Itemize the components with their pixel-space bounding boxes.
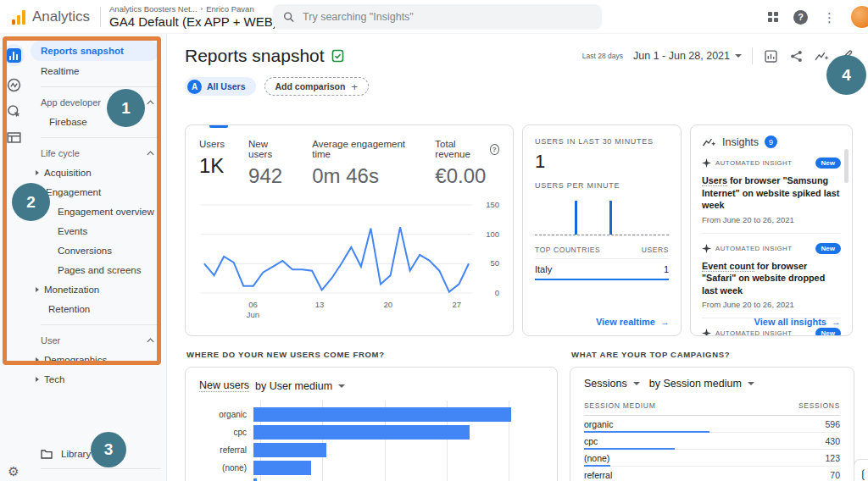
kpi-value: 942 xyxy=(248,164,288,188)
chevron-up-icon xyxy=(147,151,154,156)
apps-grid-icon[interactable] xyxy=(768,12,778,22)
nav-configure-icon[interactable] xyxy=(6,130,21,145)
sidebar-item-tech[interactable]: Tech xyxy=(27,369,166,389)
bar[interactable] xyxy=(253,425,470,440)
chevron-up-icon xyxy=(147,100,154,105)
breadcrumb-user[interactable]: Enrico Pavan xyxy=(206,4,254,14)
bar-row: cpc xyxy=(199,423,543,441)
insight-item[interactable]: AUTOMATED INSIGHT New Event count for br… xyxy=(702,243,841,319)
nav-label: Monetization xyxy=(44,285,99,295)
country-row[interactable]: Italy 1 xyxy=(535,259,669,280)
insight-tag: AUTOMATED INSIGHT xyxy=(715,159,811,167)
nav-label: Library xyxy=(61,449,91,459)
date-range-picker[interactable]: Jun 1 - Jun 28, 2021 xyxy=(633,50,742,62)
analytics-logo-icon[interactable] xyxy=(12,9,25,25)
sidebar-item-acquisition[interactable]: Acquisition xyxy=(27,163,166,182)
sidebar-item-conversions[interactable]: Conversions xyxy=(27,240,166,260)
divider xyxy=(41,324,161,325)
customize-report-icon[interactable] xyxy=(763,48,778,64)
insight-item[interactable]: AUTOMATED INSIGHT New Users for browser … xyxy=(702,158,841,234)
expand-arrow-icon[interactable] xyxy=(36,287,39,292)
page-title: Reports snapshot xyxy=(185,46,325,66)
dimension-label[interactable]: by Session medium xyxy=(649,378,742,390)
sidebar-section-user[interactable]: User xyxy=(27,331,166,350)
nav-label: Engagement xyxy=(46,187,101,197)
nav-reports-icon[interactable] xyxy=(3,44,25,66)
annotation-circle-1: 1 xyxy=(107,89,145,127)
bar[interactable] xyxy=(253,443,326,457)
sessions-cell: 70 xyxy=(830,470,840,480)
sidebar-section-app-developer[interactable]: App developer xyxy=(27,93,166,112)
nav-label: Retention xyxy=(48,304,90,314)
kpi-new-users[interactable]: New users 942 xyxy=(248,139,288,188)
metric-label[interactable]: New users xyxy=(199,379,249,392)
metric-dimension-selector[interactable]: New users by User medium xyxy=(199,379,543,392)
sidebar-item-library[interactable]: Library xyxy=(41,449,91,459)
search-input[interactable] xyxy=(303,11,592,23)
kpi-label: Average engagement time xyxy=(312,139,411,159)
table-row[interactable]: cpc430 xyxy=(584,433,840,450)
expand-arrow-icon[interactable] xyxy=(36,377,39,382)
nav-section-label: Life cycle xyxy=(41,148,80,158)
chevron-down-icon xyxy=(338,384,345,388)
share-icon[interactable] xyxy=(788,48,804,64)
expand-arrow-icon[interactable] xyxy=(36,170,39,175)
active-metric-tab-indicator xyxy=(209,125,228,128)
top-app-bar: Analytics Analytics Boosters Net... › En… xyxy=(0,0,868,34)
nav-advertising-icon[interactable] xyxy=(6,103,21,119)
bar[interactable] xyxy=(253,461,311,475)
sidebar-item-retention[interactable]: Retention xyxy=(27,299,166,318)
top-campaigns-card: Sessions by Session medium SESSION MEDIU… xyxy=(570,367,854,481)
metric-dimension-selector[interactable]: Sessions by Session medium xyxy=(584,378,840,390)
kpi-total-revenue[interactable]: Total revenue ? €0.00 xyxy=(435,139,499,188)
more-menu-icon[interactable]: ⋮ xyxy=(823,11,836,24)
search-bar[interactable] xyxy=(273,4,602,30)
sidebar-item-events[interactable]: Events xyxy=(27,221,166,240)
users-line-chart[interactable]: 050100150 06Jun132027 xyxy=(199,200,499,325)
sidebar-item-monetization[interactable]: Monetization xyxy=(27,279,166,299)
sidebar-item-pages-and-screens[interactable]: Pages and screens xyxy=(27,260,166,279)
help-icon[interactable]: ? xyxy=(793,10,808,25)
kpi-users[interactable]: Users 1K xyxy=(199,139,225,188)
table-row[interactable]: (none)123 xyxy=(584,450,840,467)
sessions-table-body: organic596cpc430(none)123referral70 xyxy=(584,416,840,481)
kpi-avg-engagement-time[interactable]: Average engagement time 0m 46s xyxy=(312,139,411,188)
insights-icon[interactable] xyxy=(814,48,829,64)
nav-section-label: App developer xyxy=(41,97,101,108)
all-users-chip[interactable]: A All Users xyxy=(185,77,256,96)
nav-explore-icon[interactable] xyxy=(6,77,21,92)
add-comparison-button[interactable]: Add comparison + xyxy=(264,77,369,96)
settings-gear-icon[interactable]: ⚙ xyxy=(0,464,27,479)
insights-card: Insights 9 AUTOMATED INSIGHT New Users f… xyxy=(690,124,853,336)
sidebar-item-realtime[interactable]: Realtime xyxy=(27,61,166,80)
bar-category-label: (none) xyxy=(199,463,253,473)
edge-cursor-tab[interactable]: ❲ xyxy=(854,459,868,481)
bar[interactable] xyxy=(253,407,511,422)
scrollbar-thumb[interactable] xyxy=(844,149,849,183)
sidebar-item-demographics[interactable]: Demographics xyxy=(27,350,166,369)
insights-icon xyxy=(702,136,716,148)
metric-label[interactable]: Sessions xyxy=(584,378,627,390)
session-medium-cell: referral xyxy=(584,470,612,480)
sidebar-item-reports-snapshot[interactable]: Reports snapshot xyxy=(31,41,159,61)
report-verified-icon[interactable] xyxy=(331,49,344,63)
nav-label: Engagement overview xyxy=(58,207,154,217)
y-axis-tick: 100 xyxy=(486,229,499,239)
help-icon[interactable]: ? xyxy=(490,144,499,155)
view-all-insights-link[interactable]: View all insights → xyxy=(754,317,841,327)
insight-item[interactable]: AUTOMATED INSIGHT New xyxy=(702,328,841,336)
view-realtime-link[interactable]: View realtime → xyxy=(596,317,670,327)
automated-insight-icon xyxy=(702,158,711,168)
expand-arrow-icon[interactable] xyxy=(36,357,39,362)
table-row[interactable]: organic596 xyxy=(584,416,840,433)
property-name[interactable]: GA4 Default (Ex APP + WEB) xyxy=(109,14,277,29)
breadcrumb-account[interactable]: Analytics Boosters Net... xyxy=(109,4,197,14)
sidebar-section-life-cycle[interactable]: Life cycle xyxy=(27,144,166,163)
automated-insight-icon xyxy=(702,329,711,336)
horizontal-bar-chart[interactable]: organiccpcreferral(none) xyxy=(199,406,543,481)
kpi-value: 0m 46s xyxy=(312,164,411,188)
table-row[interactable]: referral70 xyxy=(584,467,840,481)
sidebar-item-firebase[interactable]: Firebase xyxy=(27,112,166,131)
user-avatar[interactable] xyxy=(851,6,868,28)
property-selector[interactable]: Analytics Boosters Net... › Enrico Pavan… xyxy=(109,4,289,29)
